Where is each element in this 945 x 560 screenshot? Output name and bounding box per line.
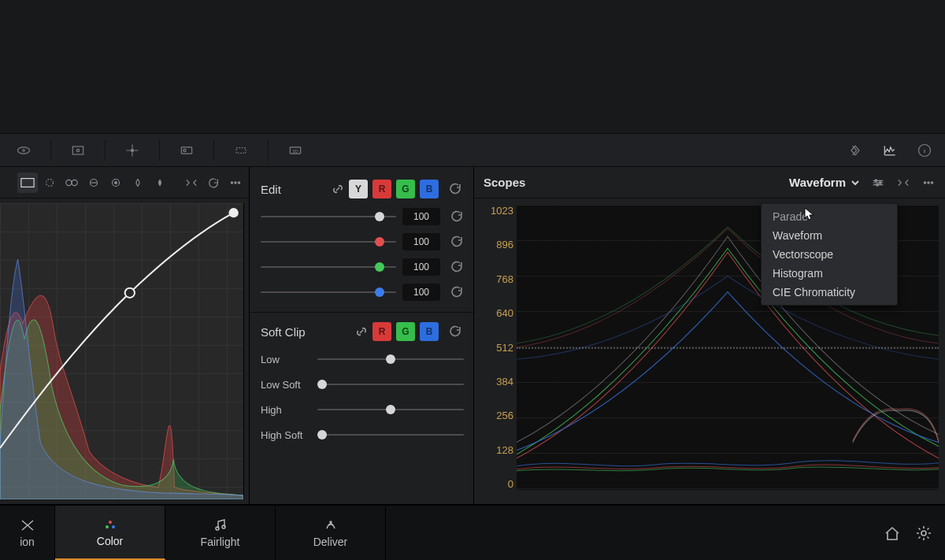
softclip-title: Soft Clip [261, 325, 350, 339]
stereo-3d-icon[interactable]: 3D [272, 134, 319, 167]
viewer-area [0, 0, 945, 134]
scopes-option-waveform[interactable]: Waveform [762, 226, 897, 245]
svg-point-26 [924, 181, 925, 183]
edit-slider-y[interactable]: 100 [261, 205, 464, 228]
scope-y-axis: 1023896 768640 512384 256128 0 [480, 205, 513, 490]
qualifier-icon[interactable] [0, 134, 47, 167]
curves-graph[interactable] [0, 203, 244, 499]
sc-channel-g[interactable]: G [396, 322, 415, 341]
svg-point-29 [109, 521, 112, 524]
svg-point-28 [931, 181, 932, 183]
svg-point-4 [131, 149, 133, 151]
svg-point-19 [235, 181, 236, 183]
blur-icon[interactable] [163, 134, 210, 167]
svg-point-14 [72, 180, 77, 185]
scopes-expand-icon[interactable] [893, 172, 914, 193]
svg-point-21 [125, 288, 135, 298]
scopes-icon[interactable] [873, 134, 907, 167]
curves-custom-icon[interactable] [17, 172, 38, 193]
curve-edit-panel: Edit Y R G B 100 100 100 100 [249, 167, 474, 504]
svg-point-35 [921, 531, 926, 536]
edit-slider-b[interactable]: 100 [261, 280, 464, 304]
svg-point-0 [18, 146, 30, 153]
info-icon[interactable] [907, 134, 942, 167]
svg-point-23 [875, 179, 877, 181]
reset-icon[interactable] [450, 258, 464, 276]
svg-point-18 [231, 181, 232, 183]
expand-icon[interactable] [181, 172, 202, 193]
svg-point-6 [183, 149, 186, 151]
scopes-option-cie[interactable]: CIE Chromaticity [762, 283, 897, 302]
curves-extra-icon[interactable] [150, 172, 170, 193]
scopes-selected-label: Waveform [789, 176, 846, 189]
home-icon[interactable] [884, 525, 901, 542]
channel-y[interactable]: Y [349, 180, 368, 198]
svg-point-24 [879, 181, 881, 184]
svg-point-1 [23, 149, 25, 151]
key-icon[interactable] [217, 134, 265, 167]
sc-channel-r[interactable]: R [372, 322, 391, 341]
softclip-high[interactable]: High [261, 398, 464, 421]
svg-point-12 [46, 179, 54, 186]
scopes-dropdown: Parade Waveform Vectorscope Histogram CI… [761, 203, 898, 306]
softclip-high-soft[interactable]: High Soft [261, 423, 464, 447]
softclip-low[interactable]: Low [261, 347, 464, 371]
reset-icon[interactable] [450, 284, 464, 301]
tab-deliver[interactable]: Deliver [276, 506, 386, 560]
svg-rect-11 [21, 178, 34, 187]
edit-slider-r[interactable]: 100 [261, 230, 464, 254]
edit-value-b[interactable]: 100 [402, 284, 440, 301]
svg-point-33 [222, 525, 225, 528]
curves-svl-icon[interactable] [128, 172, 148, 193]
reset-icon[interactable] [447, 180, 464, 198]
tracker-icon[interactable] [109, 134, 156, 167]
channel-r[interactable]: R [372, 180, 391, 198]
sc-channel-b[interactable]: B [420, 322, 439, 341]
window-icon[interactable] [54, 134, 102, 167]
channel-g[interactable]: G [396, 180, 415, 198]
svg-point-22 [228, 208, 238, 217]
more-icon[interactable] [225, 172, 246, 193]
edit-value-r[interactable]: 100 [402, 233, 440, 250]
scopes-option-parade[interactable]: Parade [762, 207, 897, 226]
reset-icon[interactable] [450, 208, 464, 225]
scopes-more-icon[interactable] [918, 172, 939, 193]
link-icon[interactable] [355, 325, 368, 338]
cursor-icon [803, 206, 817, 221]
svg-point-27 [928, 181, 929, 183]
edit-title: Edit [261, 183, 327, 196]
page-tabs: ion Color Fairlight Deliver [0, 505, 945, 560]
softclip-low-soft[interactable]: Low Soft [261, 373, 464, 396]
svg-point-17 [115, 181, 117, 184]
curves-hvl-icon[interactable] [83, 172, 104, 193]
keyframes-icon[interactable] [838, 134, 873, 167]
scopes-option-vectorscope[interactable]: Vectorscope [762, 245, 897, 264]
reset-icon[interactable] [450, 233, 464, 250]
svg-point-25 [876, 184, 879, 186]
curves-lvs-icon[interactable] [106, 172, 126, 193]
reset-icon[interactable] [447, 323, 464, 340]
curves-hvh-icon[interactable] [39, 172, 60, 193]
curves-panel [0, 167, 249, 504]
tab-fairlight[interactable]: Fairlight [165, 506, 276, 560]
channel-b[interactable]: B [420, 180, 439, 198]
svg-text:3D: 3D [292, 148, 298, 153]
tab-previous[interactable]: ion [0, 506, 55, 560]
tab-color[interactable]: Color [55, 506, 165, 560]
link-icon[interactable] [332, 183, 344, 195]
settings-icon[interactable] [915, 525, 932, 542]
svg-point-34 [330, 521, 332, 523]
edit-value-y[interactable]: 100 [402, 208, 440, 225]
scopes-option-histogram[interactable]: Histogram [762, 264, 897, 283]
scopes-title: Scopes [484, 176, 786, 189]
scopes-panel: Scopes Waveform Parade Waveform Vectorsc… [474, 167, 945, 504]
edit-slider-g[interactable]: 100 [261, 255, 464, 279]
svg-point-20 [238, 181, 239, 183]
curves-hvs-icon[interactable] [61, 172, 82, 193]
svg-point-3 [76, 149, 79, 151]
scopes-type-select[interactable]: Waveform [786, 174, 863, 191]
edit-value-g[interactable]: 100 [402, 258, 440, 276]
reset-icon[interactable] [203, 172, 224, 193]
scopes-settings-icon[interactable] [868, 172, 888, 193]
svg-rect-7 [236, 147, 246, 153]
